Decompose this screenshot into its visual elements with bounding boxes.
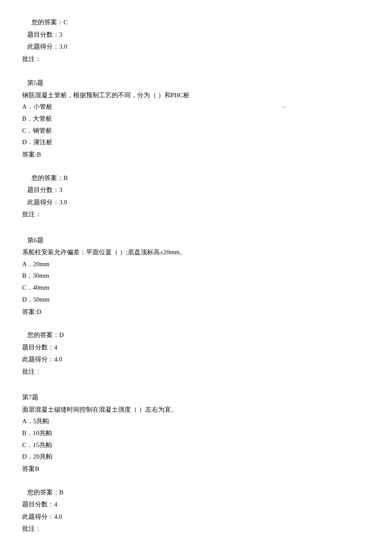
- remark-label: 批注：: [22, 53, 370, 65]
- your-answer-label: 您的答案：C: [22, 16, 370, 29]
- answer-key: 答案:D: [22, 306, 370, 318]
- question-7: 第7题 面层混凝土锯缝时间控制在混凝土强度（ ）左右为宜。 A．5兆帕 B．10…: [22, 391, 370, 535]
- option-b: B．大管桩: [22, 113, 370, 125]
- question-6: 第6题 系船柱安装允许偏差：平面位置（ ）;底盘顶标高±20mm。 A．20mm…: [22, 234, 370, 378]
- remark-label: 批注：: [22, 366, 370, 378]
- remark-label: 批注：: [22, 523, 370, 535]
- your-answer-label: 您的答案：B: [22, 172, 370, 184]
- answer-key: 答案B: [22, 463, 370, 475]
- option-c: C．40mm: [22, 282, 370, 294]
- your-answer-label: 您的答案：D: [22, 329, 370, 341]
- question-5: 第5题 钢筋混凝土管桩，根据预制工艺的不同，分为（ ）和PHC桩 = A．小管桩…: [22, 77, 370, 221]
- question-header: 第7题: [22, 391, 370, 404]
- option-d: D．50mm: [22, 294, 370, 306]
- option-a: A．5兆帕: [22, 416, 370, 427]
- question-score-label: 题目分数：3: [22, 184, 370, 196]
- question-header: 第5题: [22, 77, 370, 89]
- got-score-label: 此题得分：3.0: [22, 41, 370, 53]
- got-score-label: 此题得分：4.0: [22, 511, 370, 523]
- option-c: C．钢管桩: [22, 125, 370, 137]
- question-stem: 系船柱安装允许偏差：平面位置（ ）;底盘顶标高±20mm。: [22, 246, 370, 259]
- option-b: B．10兆帕: [22, 427, 370, 439]
- question-score-label: 题目分数：4: [22, 498, 370, 511]
- remark-label: 批注：: [22, 208, 370, 221]
- option-a: A．20mm: [22, 259, 370, 270]
- option-d: D．灌注桩: [22, 137, 370, 148]
- option-c: C．15兆帕: [22, 439, 370, 451]
- question-score-label: 题目分数：4: [22, 341, 370, 354]
- question-header: 第6题: [22, 234, 370, 247]
- your-answer-label: 您的答案：B: [22, 486, 370, 499]
- option-d: D．20兆帕: [22, 451, 370, 463]
- question-stem: 面层混凝土锯缝时间控制在混凝土强度（ ）左右为宜。: [22, 404, 370, 416]
- got-score-label: 此题得分：3.0: [22, 196, 370, 209]
- got-score-label: 此题得分：4.0: [22, 353, 370, 366]
- prev-question-end: 您的答案：C 题目分数：3 此题得分：3.0 批注：: [22, 16, 370, 65]
- option-a: A．小管桩: [22, 101, 370, 113]
- option-b: B．30mm: [22, 270, 370, 282]
- question-score-label: 题目分数：3: [22, 29, 370, 41]
- answer-key: 答案:B: [22, 148, 370, 161]
- margin-marker: =: [282, 102, 285, 113]
- question-stem: 钢筋混凝土管桩，根据预制工艺的不同，分为（ ）和PHC桩: [22, 89, 370, 102]
